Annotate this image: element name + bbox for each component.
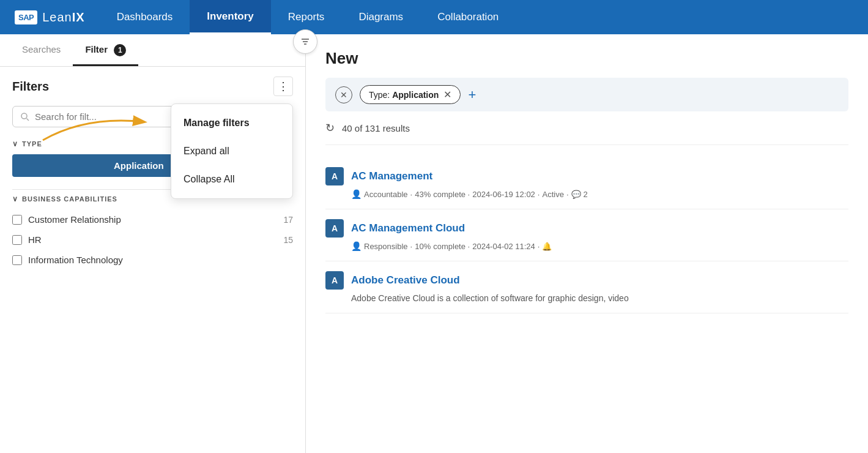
remove-filter-tag-button[interactable]: ✕: [443, 89, 451, 100]
result-item-adobe-creative-cloud-header: A Adobe Creative Cloud: [325, 271, 848, 290]
filters-options-button[interactable]: ⋮: [273, 77, 293, 96]
ac-management-complete: 43%: [415, 190, 431, 199]
result-item-ac-management-cloud-title[interactable]: AC Management Cloud: [351, 222, 465, 234]
tab-searches[interactable]: Searches: [10, 34, 73, 66]
dropdown-item-manage-filters[interactable]: Manage filters: [171, 109, 292, 137]
result-item-ac-management-cloud-meta: 👤 Responsible · 10% complete · 2024-04-0…: [325, 241, 848, 251]
result-item-ac-management: A AC Management 👤 Accountable · 43% comp…: [325, 157, 848, 209]
refresh-icon[interactable]: ↻: [325, 121, 335, 135]
ac-management-comments: 2: [584, 190, 588, 199]
nav-item-diagrams[interactable]: Diagrams: [341, 0, 420, 34]
result-item-adobe-creative-cloud: A Adobe Creative Cloud Adobe Creative Cl…: [325, 261, 848, 313]
filters-section: Filters ⋮ Manage filters Expand all Coll…: [0, 67, 305, 453]
person-icon-2: 👤: [351, 241, 362, 251]
main-layout: Searches Filter 1 Filters ⋮ M: [0, 34, 868, 453]
result-item-adobe-creative-cloud-desc: Adobe Creative Cloud is a collection of …: [325, 293, 848, 303]
checkbox-hr-label: HR: [28, 234, 277, 245]
biz-cap-chevron-icon: ∨: [12, 195, 18, 203]
nav-menu: Dashboards Inventory Reports Diagrams Co…: [100, 0, 868, 34]
checkbox-hr-input[interactable]: [12, 235, 22, 245]
filter-tag-type-label: Type: Application: [369, 90, 439, 100]
ac-management-date: 2024-06-19 12:02: [472, 190, 535, 199]
result-item-ac-management-avatar: A: [325, 167, 344, 185]
checkbox-it-input[interactable]: [12, 255, 22, 265]
nav-item-inventory[interactable]: Inventory: [190, 0, 271, 34]
ac-management-role: Accountable: [364, 190, 408, 199]
result-item-ac-management-title[interactable]: AC Management: [351, 170, 432, 182]
result-item-ac-management-cloud-avatar: A: [325, 219, 344, 238]
result-item-adobe-creative-cloud-title[interactable]: Adobe Creative Cloud: [351, 274, 460, 286]
checkbox-customer-relationship-label: Customer Relationship: [28, 214, 277, 225]
add-filter-button[interactable]: +: [468, 88, 476, 102]
clear-filters-button[interactable]: ✕: [335, 86, 352, 103]
filters-title: Filters: [12, 80, 49, 94]
left-panel: Searches Filter 1 Filters ⋮ M: [0, 34, 306, 453]
filters-header: Filters ⋮: [12, 77, 293, 96]
checkbox-customer-relationship-count: 17: [283, 215, 293, 225]
result-item-adobe-creative-cloud-avatar: A: [325, 271, 344, 290]
dropdown-menu: Manage filters Expand all Collapse All: [171, 103, 293, 199]
top-navigation: SAP LeanIX Dashboards Inventory Reports …: [0, 0, 868, 34]
bell-icon: 🔔: [542, 242, 552, 251]
ac-cloud-role: Responsible: [364, 242, 408, 251]
active-filters-bar: ✕ Type: Application ✕ +: [325, 78, 848, 111]
logo-area[interactable]: SAP LeanIX: [0, 0, 100, 34]
result-item-ac-management-cloud: A AC Management Cloud 👤 Responsible · 10…: [325, 209, 848, 261]
ac-cloud-date: 2024-04-02 11:24: [472, 242, 535, 251]
nav-item-collaboration[interactable]: Collaboration: [420, 0, 516, 34]
comment-icon: 💬: [571, 190, 581, 199]
dropdown-item-expand-all[interactable]: Expand all: [171, 137, 292, 165]
results-row: ↻ 40 of 131 results: [325, 121, 848, 145]
right-panel: New ✕ Type: Application ✕ + ↻ 40 of 131 …: [306, 34, 868, 453]
ac-cloud-complete: 10%: [415, 242, 431, 251]
checkbox-hr-count: 15: [283, 235, 293, 245]
ac-management-status: Active: [542, 190, 563, 199]
filter-group-business-capabilities: ∨ BUSINESS CAPABILITIES Customer Relatio…: [12, 195, 293, 270]
panel-tabs: Searches Filter 1: [0, 34, 305, 67]
result-item-ac-management-cloud-header: A AC Management Cloud: [325, 219, 848, 238]
checkbox-it-label: Information Technology: [28, 255, 287, 265]
sap-logo-box: SAP: [15, 10, 37, 24]
sap-text: SAP: [18, 13, 34, 22]
person-icon: 👤: [351, 189, 362, 199]
checkbox-hr[interactable]: HR 15: [12, 230, 293, 250]
checkbox-information-technology[interactable]: Information Technology: [12, 250, 293, 270]
results-count-text: 40 of 131 results: [342, 123, 410, 133]
filter-toggle-button[interactable]: [293, 29, 317, 54]
svg-line-4: [27, 118, 29, 121]
svg-point-3: [21, 113, 27, 119]
result-item-ac-management-header: A AC Management: [325, 167, 848, 185]
filter-lines-icon: [300, 37, 310, 47]
leanix-logo-text: LeanIX: [42, 10, 84, 24]
page-title: New: [325, 49, 848, 68]
nav-item-dashboards[interactable]: Dashboards: [100, 0, 190, 34]
result-item-ac-management-meta: 👤 Accountable · 43% complete · 2024-06-1…: [325, 189, 848, 199]
search-icon: [20, 112, 30, 122]
dropdown-item-collapse-all[interactable]: Collapse All: [171, 165, 292, 193]
filter-badge: 1: [114, 44, 126, 56]
checkbox-customer-relationship-input[interactable]: [12, 215, 22, 225]
type-chevron-icon: ∨: [12, 140, 18, 148]
type-filter-tag: Type: Application ✕: [360, 85, 461, 104]
checkbox-customer-relationship[interactable]: Customer Relationship 17: [12, 209, 293, 230]
tab-filter[interactable]: Filter 1: [73, 34, 138, 66]
